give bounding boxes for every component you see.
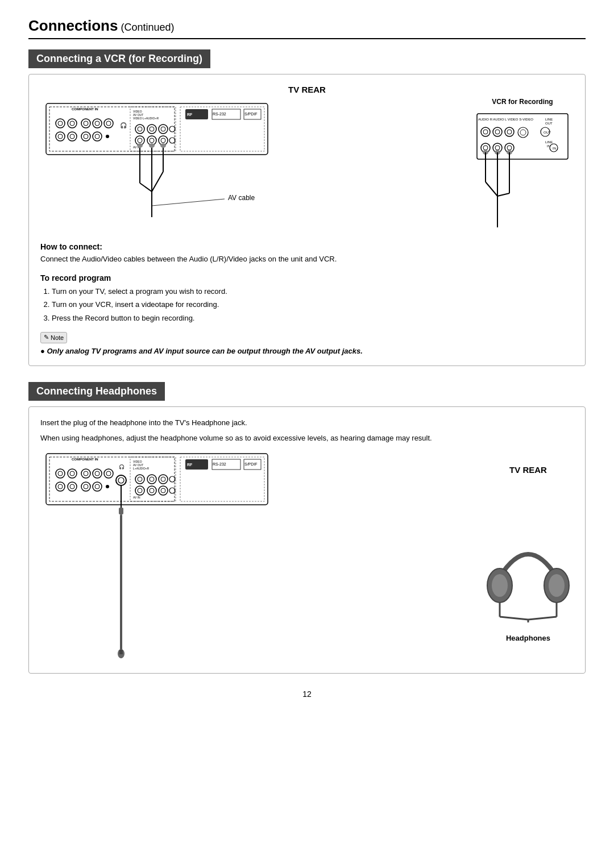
headphones-content-box: Insert the plug of the headphone into th… xyxy=(28,406,586,674)
svg-point-10 xyxy=(95,121,99,126)
svg-text:LINE: LINE xyxy=(545,118,553,121)
svg-point-66 xyxy=(483,130,488,134)
svg-point-99 xyxy=(58,471,63,476)
svg-point-135 xyxy=(159,486,168,495)
svg-text:COMPONENT IN: COMPONENT IN xyxy=(72,458,98,461)
title-suffix: (Continued) xyxy=(118,22,174,33)
svg-point-131 xyxy=(135,486,144,495)
headphones-warning-text: When using headphones, adjust the headph… xyxy=(40,433,574,445)
svg-point-136 xyxy=(161,488,165,493)
svg-point-32 xyxy=(161,127,165,131)
svg-point-30 xyxy=(150,127,154,131)
svg-point-21 xyxy=(106,135,109,138)
tv-rear-panel: COMPONENT IN xyxy=(40,98,279,223)
svg-point-102 xyxy=(81,469,90,478)
svg-point-125 xyxy=(138,477,142,481)
to-record-title: To record program xyxy=(40,273,574,283)
headphones-insert-text: Insert the plug of the headphone into th… xyxy=(40,417,574,429)
svg-point-9 xyxy=(93,119,102,128)
svg-point-70 xyxy=(507,130,512,134)
svg-text:COMPONENT IN: COMPONENT IN xyxy=(72,107,98,111)
record-steps-list: Turn on your TV, select a program you wi… xyxy=(52,285,574,325)
svg-text:RF: RF xyxy=(187,463,193,467)
svg-point-17 xyxy=(81,132,90,141)
list-item: Turn on your VCR, insert a videotape for… xyxy=(52,298,574,311)
note-text: ● Only analog TV programs and AV input s… xyxy=(40,346,574,357)
svg-text:OUT: OUT xyxy=(544,131,551,134)
svg-rect-149 xyxy=(120,514,122,651)
svg-point-113 xyxy=(84,484,88,489)
headphones-tv-rear-svg: COMPONENT IN xyxy=(40,448,279,664)
svg-line-93 xyxy=(497,193,509,196)
svg-point-100 xyxy=(68,469,77,478)
note-tag: ✎ Note xyxy=(40,332,67,343)
svg-text:AV IN: AV IN xyxy=(133,496,140,499)
svg-rect-95 xyxy=(46,454,268,505)
svg-point-111 xyxy=(70,484,74,489)
svg-text:IN: IN xyxy=(553,147,556,150)
vcr-diagram-area: COMPONENT IN xyxy=(40,98,574,233)
svg-point-108 xyxy=(56,482,65,491)
svg-rect-2 xyxy=(49,107,175,151)
svg-point-69 xyxy=(505,127,514,136)
headphones-tv-rear-panel: COMPONENT IN xyxy=(40,448,279,664)
vcr-label: VCR for Recording xyxy=(471,98,574,106)
svg-point-128 xyxy=(159,475,168,484)
svg-rect-0 xyxy=(46,103,268,155)
tv-rear-svg: COMPONENT IN xyxy=(40,98,279,223)
svg-point-18 xyxy=(84,134,88,139)
svg-line-159 xyxy=(528,617,557,620)
svg-point-14 xyxy=(58,134,63,139)
svg-point-105 xyxy=(95,471,99,476)
svg-point-65 xyxy=(481,127,490,136)
svg-point-127 xyxy=(150,477,154,481)
svg-point-137 xyxy=(169,488,175,493)
svg-text:AUDIO R  AUDIO L  VIDEO  S-VID: AUDIO R AUDIO L VIDEO S-VIDEO xyxy=(478,118,533,121)
svg-text:S/PDIF: S/PDIF xyxy=(244,112,258,116)
svg-line-54 xyxy=(152,172,163,192)
svg-point-15 xyxy=(68,132,77,141)
svg-point-132 xyxy=(138,488,142,493)
svg-point-124 xyxy=(135,475,144,484)
svg-text:RF: RF xyxy=(187,113,193,117)
svg-text:🎧: 🎧 xyxy=(120,122,127,129)
svg-point-58 xyxy=(160,143,166,148)
svg-point-98 xyxy=(56,469,65,478)
svg-text:OUT: OUT xyxy=(545,122,553,125)
svg-line-60 xyxy=(152,199,225,206)
svg-point-134 xyxy=(150,488,154,493)
svg-point-35 xyxy=(138,138,142,143)
svg-point-116 xyxy=(106,485,109,488)
tv-rear-title: TV REAR xyxy=(40,85,574,94)
svg-point-19 xyxy=(93,132,102,141)
svg-text:L+AUDIO+R: L+AUDIO+R xyxy=(133,467,149,470)
svg-point-31 xyxy=(159,124,168,134)
how-to-connect: How to connect: Connect the Audio/Video … xyxy=(40,242,574,265)
vcr-device-diagram: VCR for Recording AUDIO R AUDIO L VIDEO … xyxy=(471,98,574,233)
headphones-section-header: Connecting Headphones xyxy=(28,382,586,406)
svg-point-29 xyxy=(147,124,156,134)
svg-point-112 xyxy=(81,482,90,491)
headphones-label: Headphones xyxy=(506,634,550,642)
page-number: 12 xyxy=(28,690,586,699)
svg-point-118 xyxy=(116,475,126,485)
svg-point-7 xyxy=(81,119,90,128)
svg-rect-148 xyxy=(119,508,123,514)
svg-point-4 xyxy=(58,121,63,126)
vcr-svg: AUDIO R AUDIO L VIDEO S-VIDEO LINE OUT O… xyxy=(471,108,574,233)
how-to-connect-title: How to connect: xyxy=(40,242,574,251)
svg-point-67 xyxy=(493,127,502,136)
svg-point-8 xyxy=(84,121,88,126)
svg-point-101 xyxy=(70,471,74,476)
to-record-section: To record program Turn on your TV, selec… xyxy=(40,273,574,325)
how-to-connect-text: Connect the Audio/Video cables between t… xyxy=(40,254,574,265)
svg-point-133 xyxy=(147,486,156,495)
svg-point-126 xyxy=(147,475,156,484)
svg-line-157 xyxy=(500,617,528,620)
svg-point-153 xyxy=(492,574,508,597)
svg-point-115 xyxy=(95,484,99,489)
note-pencil-icon: ✎ xyxy=(44,334,49,341)
svg-point-129 xyxy=(161,477,165,481)
list-item: Press the Record button to begin recordi… xyxy=(52,312,574,325)
svg-point-72 xyxy=(520,130,526,135)
